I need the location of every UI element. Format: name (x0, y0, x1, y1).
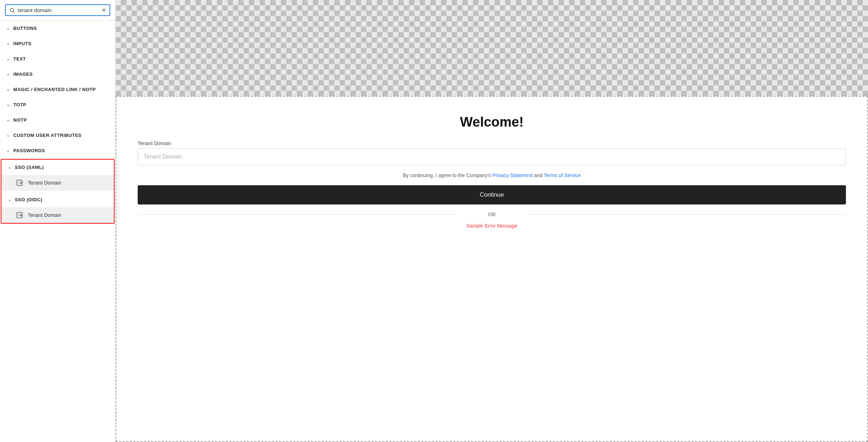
nav-section-header-totp[interactable]: ⌄ TOTP (0, 97, 115, 112)
tenant-domain-icon-saml (16, 179, 23, 187)
error-message: Sample Error Message (138, 223, 846, 229)
nav-section-label-custom-user-attributes: CUSTOM USER ATTRIBUTES (14, 133, 82, 138)
tenant-domain-label: Tenant Domain (138, 140, 846, 146)
nav-section-sso-saml: ⌄ SSO (SAML) Tenant Domain ⌄ SSO (OIDC) (1, 159, 115, 224)
nav-section-header-notp[interactable]: ⌄ NOTP (0, 112, 115, 128)
nav-section-text: ⌄ TEXT (0, 51, 115, 66)
nav-section-label-passwords: PASSWORDS (14, 148, 45, 153)
chevron-icon-notp: ⌄ (6, 118, 10, 122)
nav-section-label-notp: NOTP (14, 117, 27, 123)
nav-section-header-text[interactable]: ⌄ TEXT (0, 51, 115, 66)
sidebar: ✕ ⌄ BUTTONS ⌄ INPUTS ⌄ TEXT (0, 0, 116, 442)
nav-section-header-passwords[interactable]: ⌄ PASSWORDS (0, 143, 115, 158)
terms-of-service-link[interactable]: Terms of Service (544, 172, 581, 178)
search-icon (9, 7, 15, 13)
chevron-icon-inputs: ⌄ (6, 41, 10, 46)
chevron-icon-passwords: ⌄ (6, 148, 10, 153)
nav-sub-item-label-sso-oidc-tenant-domain: Tenant Domain (28, 212, 61, 218)
nav-section-magic: ⌄ MAGIC / ENCHANTED LINK / NOTP (0, 82, 115, 97)
agree-and: and (533, 172, 544, 178)
search-bar: ✕ (0, 0, 115, 21)
or-divider: OR (138, 212, 846, 217)
nav-sub-item-label-sso-saml-tenant-domain: Tenant Domain (28, 180, 61, 186)
search-input-wrapper: ✕ (5, 4, 110, 16)
nav-section-label-inputs: INPUTS (14, 41, 32, 46)
nav-section-header-images[interactable]: ⌄ IMAGES (0, 66, 115, 82)
search-clear-button[interactable]: ✕ (101, 7, 106, 13)
nav-section-header-inputs[interactable]: ⌄ INPUTS (0, 36, 115, 51)
login-card: Welcome! Tenant Domain By continuing, I … (116, 97, 867, 441)
login-card-container: Welcome! Tenant Domain By continuing, I … (116, 96, 868, 442)
chevron-icon-images: ⌄ (6, 72, 10, 76)
nav-section-custom-user-attributes: ⌄ CUSTOM USER ATTRIBUTES (0, 128, 115, 143)
chevron-icon-text: ⌄ (6, 57, 10, 61)
nav-section-totp: ⌄ TOTP (0, 97, 115, 112)
chevron-icon-buttons: ⌄ (6, 26, 10, 31)
privacy-statement-link[interactable]: Privacy Statement (492, 172, 533, 178)
checker-background (116, 0, 868, 96)
nav-sub-item-sso-oidc-tenant-domain[interactable]: Tenant Domain (1, 207, 114, 223)
tenant-domain-icon-oidc (16, 211, 23, 219)
nav-section-images: ⌄ IMAGES (0, 66, 115, 82)
nav-section-label-sso-oidc: SSO (OIDC) (15, 197, 42, 202)
chevron-icon-sso-oidc: ⌄ (8, 197, 11, 202)
search-input[interactable] (18, 7, 99, 13)
nav-section-label-text: TEXT (14, 56, 26, 62)
nav-section-header-buttons[interactable]: ⌄ BUTTONS (0, 21, 115, 36)
nav-section-label-buttons: BUTTONS (14, 26, 37, 31)
nav-section-header-sso-saml[interactable]: ⌄ SSO (SAML) (1, 160, 114, 175)
agree-text-pre: By continuing, I agree to the Company's (403, 172, 492, 178)
nav-section-label-totp: TOTP (14, 102, 27, 107)
nav-section-passwords: ⌄ PASSWORDS (0, 143, 115, 158)
chevron-icon-sso-saml: ⌄ (8, 165, 11, 170)
chevron-icon-custom-user-attributes: ⌄ (6, 133, 10, 138)
nav-list: ⌄ BUTTONS ⌄ INPUTS ⌄ TEXT ⌄ IMAGES (0, 21, 115, 442)
nav-section-header-magic[interactable]: ⌄ MAGIC / ENCHANTED LINK / NOTP (0, 82, 115, 97)
login-title: Welcome! (138, 115, 846, 130)
nav-section-header-sso-oidc[interactable]: ⌄ SSO (OIDC) (1, 192, 114, 207)
tenant-domain-input[interactable] (138, 148, 846, 165)
chevron-icon-magic: ⌄ (6, 87, 10, 92)
svg-point-0 (10, 8, 14, 11)
agree-text: By continuing, I agree to the Company's … (138, 172, 846, 178)
continue-button[interactable]: Continue (138, 185, 846, 204)
main-content: Welcome! Tenant Domain By continuing, I … (116, 0, 868, 442)
chevron-icon-totp: ⌄ (6, 102, 10, 107)
svg-line-1 (13, 11, 15, 13)
nav-sub-item-sso-saml-tenant-domain[interactable]: Tenant Domain (1, 175, 114, 191)
nav-section-label-sso-saml: SSO (SAML) (15, 165, 44, 170)
nav-section-label-images: IMAGES (14, 71, 33, 77)
nav-section-buttons: ⌄ BUTTONS (0, 21, 115, 36)
nav-section-label-magic: MAGIC / ENCHANTED LINK / NOTP (14, 87, 96, 92)
nav-section-notp: ⌄ NOTP (0, 112, 115, 128)
nav-section-header-custom-user-attributes[interactable]: ⌄ CUSTOM USER ATTRIBUTES (0, 128, 115, 143)
nav-section-inputs: ⌄ INPUTS (0, 36, 115, 51)
or-label: OR (488, 212, 496, 217)
